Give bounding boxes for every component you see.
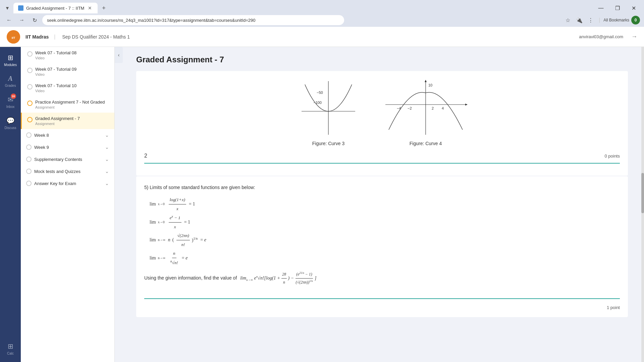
discuss-label: Discuss bbox=[4, 126, 16, 130]
sidebar-sub-w07t09: Video bbox=[35, 72, 109, 76]
main-layout: ⊞ Modules A Grades ✉ 16 Inbox 💬 Discuss … bbox=[0, 47, 644, 362]
sidebar-section-answer-key[interactable]: Answer Key for Exam ⌄ bbox=[21, 177, 114, 189]
sidebar-item-discuss[interactable]: 💬 Discuss bbox=[0, 113, 21, 133]
sidebar-section-title-mock: Mock tests and Quizzes bbox=[34, 169, 102, 174]
left-nav: ⊞ Modules A Grades ✉ 16 Inbox 💬 Discuss … bbox=[0, 47, 21, 362]
browser-icons: ☆ 🔌 ⋮ | All Bookmarks 0 bbox=[563, 15, 640, 25]
sidebar-item-grades[interactable]: A Grades bbox=[0, 71, 21, 91]
grades-icon: A bbox=[8, 75, 12, 82]
sidebar-section-week9[interactable]: Week 9 ⌄ bbox=[21, 141, 114, 153]
svg-text:10: 10 bbox=[428, 83, 432, 87]
address-input[interactable] bbox=[42, 15, 344, 25]
sidebar-item-pa7[interactable]: Practice Assignment 7 - Not Graded Assig… bbox=[21, 96, 114, 113]
formula3: lim n→∞ n ( √(2πn) n! )1/n = e bbox=[150, 231, 620, 249]
scrollbar-thumb[interactable] bbox=[641, 173, 644, 213]
sidebar-item-w07t09[interactable]: Week 07 - Tutorial 09 Video bbox=[21, 63, 114, 80]
browser-menu-icon[interactable]: ⋮ bbox=[586, 15, 595, 25]
sidebar-section-week8[interactable]: Week 8 ⌄ bbox=[21, 129, 114, 141]
sidebar-title-w07t10: Week 07 - Tutorial 10 bbox=[35, 83, 109, 88]
modules-icon: ⊞ bbox=[8, 54, 13, 62]
content-area: Graded Assignment - 7 −50 −100 bbox=[123, 47, 641, 362]
sidebar-dot-supplementary bbox=[26, 157, 32, 162]
forward-button[interactable]: → bbox=[17, 15, 27, 25]
chevron-down-icon-week9: ⌄ bbox=[105, 144, 109, 150]
question5-intro: 5) Limits of some standard functions are… bbox=[144, 183, 620, 192]
right-scrollbar[interactable] bbox=[641, 47, 644, 362]
curve3-caption: Figure: Curve 3 bbox=[312, 141, 344, 146]
figure-curve4: −4 −2 2 4 10 Figure: Curve 4 bbox=[382, 78, 469, 146]
new-tab-button[interactable]: + bbox=[99, 3, 108, 13]
question2-teal-line bbox=[144, 163, 620, 164]
profile-circle[interactable]: 0 bbox=[631, 16, 640, 24]
svg-text:−4: −4 bbox=[397, 106, 401, 110]
grades-label: Grades bbox=[5, 84, 16, 87]
sidebar-title-w07t08: Week 07 - Tutorial 08 bbox=[35, 50, 109, 55]
sidebar-title-w07t09: Week 07 - Tutorial 09 bbox=[35, 67, 109, 72]
sidebar-dot-answer-key bbox=[26, 181, 32, 186]
restore-button[interactable]: ❐ bbox=[610, 3, 625, 13]
reload-button[interactable]: ↻ bbox=[30, 15, 40, 25]
sidebar-section-mock[interactable]: Mock tests and Quizzes ⌄ bbox=[21, 165, 114, 177]
sidebar-sub-w07t10: Video bbox=[35, 89, 109, 93]
sidebar-section-title-week9: Week 9 bbox=[34, 145, 102, 150]
active-tab[interactable]: Graded Assignment - 7 :: IITM ✕ bbox=[13, 3, 98, 13]
inbox-label: Inbox bbox=[6, 105, 14, 109]
minimize-button[interactable]: — bbox=[593, 3, 608, 13]
chevron-down-icon-week8: ⌄ bbox=[105, 132, 109, 138]
discuss-icon: 💬 bbox=[6, 117, 15, 125]
sidebar-sub-ga7: Assignment bbox=[35, 122, 109, 126]
tab-scroll-left[interactable]: ▼ bbox=[3, 3, 12, 13]
chevron-down-icon-supplementary: ⌄ bbox=[105, 157, 109, 162]
sidebar-section-title-week8: Week 8 bbox=[34, 133, 102, 138]
bookmark-star-icon[interactable]: ☆ bbox=[563, 15, 573, 25]
sidebar-item-calc[interactable]: ⊞ Calc bbox=[0, 339, 21, 359]
sidebar-dot-w07t08 bbox=[27, 51, 33, 57]
address-bar-row: ← → ↻ ☆ 🔌 ⋮ | All Bookmarks 0 bbox=[0, 13, 644, 27]
tab-favicon bbox=[18, 5, 23, 11]
svg-text:−2: −2 bbox=[408, 106, 412, 110]
sidebar-dot-week8 bbox=[26, 132, 32, 138]
sidebar-section-supplementary[interactable]: Supplementary Contents ⌄ bbox=[21, 153, 114, 165]
figures-row: −50 −100 Figure: Curve 3 bbox=[144, 78, 620, 146]
question2-number-row: 2 0 points bbox=[144, 153, 620, 159]
svg-text:−50: −50 bbox=[317, 90, 323, 95]
question5-points: 1 point bbox=[607, 305, 620, 310]
sidebar-section-title-answer-key: Answer Key for Exam bbox=[34, 181, 102, 186]
back-button[interactable]: ← bbox=[4, 15, 14, 25]
tab-title: Graded Assignment - 7 :: IITM bbox=[26, 6, 84, 11]
calc-icon: ⊞ bbox=[8, 342, 13, 350]
question2-number: 2 bbox=[144, 153, 147, 159]
sidebar-collapse-button[interactable]: ‹ bbox=[115, 47, 123, 63]
chevron-down-icon-mock: ⌄ bbox=[105, 169, 109, 174]
sidebar-item-ga7[interactable]: Graded Assignment - 7 Assignment bbox=[21, 113, 114, 129]
sidebar-item-inbox[interactable]: ✉ 16 Inbox bbox=[0, 92, 21, 112]
institute-logo: IIT bbox=[7, 30, 20, 44]
tab-close-button[interactable]: ✕ bbox=[87, 5, 93, 11]
extension-icon[interactable]: 🔌 bbox=[575, 15, 584, 25]
question2-points: 0 points bbox=[604, 154, 620, 159]
sidebar-item-modules[interactable]: ⊞ Modules bbox=[0, 50, 21, 70]
curve4-caption: Figure: Curve 4 bbox=[410, 141, 442, 146]
sidebar-dot-w07t09 bbox=[27, 68, 33, 73]
close-button[interactable]: ✕ bbox=[626, 3, 641, 13]
sidebar: Week 07 - Tutorial 08 Video Week 07 - Tu… bbox=[21, 47, 115, 362]
curve3-svg: −50 −100 bbox=[295, 78, 362, 138]
sidebar-item-w07t10[interactable]: Week 07 - Tutorial 10 Video bbox=[21, 80, 114, 96]
header-separator: | bbox=[54, 34, 55, 40]
question5-teal-line bbox=[144, 298, 620, 299]
svg-marker-9 bbox=[425, 80, 427, 82]
logout-button[interactable]: → bbox=[631, 33, 637, 40]
formula4: lim n→∞ n n√n! = e bbox=[150, 249, 620, 267]
inbox-badge: 16 bbox=[11, 94, 16, 99]
user-email: anviravi03@gmail.com bbox=[579, 34, 623, 39]
formula1: lim x→0 log(1+x) x = 1 bbox=[150, 195, 620, 213]
calc-label: Calc bbox=[7, 352, 14, 355]
question5-content: 5) Limits of some standard functions are… bbox=[144, 183, 620, 286]
sidebar-dot-mock bbox=[26, 169, 32, 174]
sidebar-sub-w07t08: Video bbox=[35, 56, 109, 60]
sidebar-dot-ga7 bbox=[27, 117, 33, 122]
sidebar-item-w07t08[interactable]: Week 07 - Tutorial 08 Video bbox=[21, 47, 114, 63]
bookmarks-text[interactable]: All Bookmarks bbox=[603, 18, 629, 22]
figure-curve3: −50 −100 Figure: Curve 3 bbox=[295, 78, 362, 146]
tab-bar: ▼ Graded Assignment - 7 :: IITM ✕ + — ❐ … bbox=[0, 0, 644, 13]
